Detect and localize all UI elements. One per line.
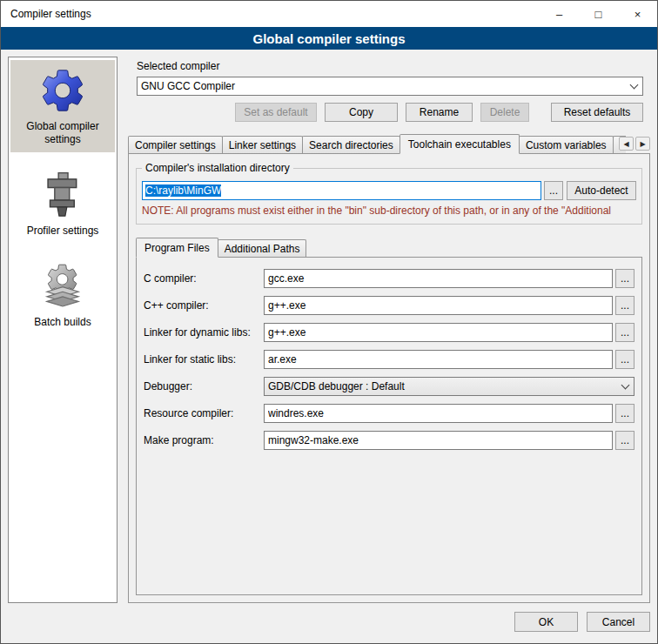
resource-compiler-browse-button[interactable]: ... [615,404,634,423]
scroll-left-icon: ◀ [623,140,628,148]
note-text: NOTE: All programs must exist either in … [142,205,636,217]
chevron-down-icon [630,81,639,90]
set-as-default-button: Set as default [235,103,317,122]
settings-tab-strip: Compiler settings Linker settings Search… [128,133,650,153]
field-row-dynamic-linker: Linker for dynamic libs: ... [144,323,634,342]
profiler-tool-icon [37,170,88,220]
install-dir-browse-button[interactable]: ... [544,181,563,200]
minimize-button[interactable]: – [540,1,579,27]
sidebar-item-label: Batch builds [34,316,91,329]
blue-gear-icon [37,65,88,116]
tab-custom-variables[interactable]: Custom variables [519,136,614,153]
resource-compiler-label: Resource compiler: [144,407,264,419]
tab-scroll-left-button[interactable]: ◀ [619,137,634,151]
tab-scroll-arrows: ◀ ▶ [619,137,650,151]
batch-builds-gear-icon [37,261,88,312]
static-linker-browse-button[interactable]: ... [615,350,634,369]
sidebar-item-label: Profiler settings [27,225,99,238]
tab-toolchain-executables[interactable]: Toolchain executables [400,134,520,154]
field-row-c-compiler: C compiler: ... [144,269,634,288]
dialog-body: Global compiler settings Profiler settin… [1,50,657,608]
installation-directory-group-title: Compiler's installation directory [142,162,293,174]
compiler-settings-dialog: Compiler settings – □ × Global compiler … [0,0,658,644]
close-button[interactable]: × [618,1,657,27]
selected-compiler-label: Selected compiler [137,60,643,72]
dialog-header: Global compiler settings [1,27,657,50]
subtab-additional-paths[interactable]: Additional Paths [218,239,307,257]
maximize-icon: □ [595,8,602,21]
sidebar-item-batch-builds[interactable]: Batch builds [10,256,115,335]
copy-button[interactable]: Copy [325,103,398,122]
sidebar-item-profiler-settings[interactable]: Profiler settings [10,164,115,244]
toolchain-executables-panel: Compiler's installation directory C:\ray… [128,153,650,603]
titlebar[interactable]: Compiler settings – □ × [1,1,657,27]
dynamic-linker-input[interactable] [264,323,613,342]
install-dir-input[interactable]: C:\raylib\MinGW [142,181,541,200]
c-compiler-label: C compiler: [144,272,264,285]
program-files-panel: C compiler: ... C++ compiler: ... Linker… [136,257,642,595]
tab-scroll-right-button[interactable]: ▶ [635,137,650,151]
window-title: Compiler settings [10,8,91,20]
cancel-button[interactable]: Cancel [587,612,650,632]
field-row-make-program: Make program: ... [144,431,634,450]
field-row-static-linker: Linker for static libs: ... [144,350,634,369]
cpp-compiler-browse-button[interactable]: ... [615,296,634,315]
dynamic-linker-browse-button[interactable]: ... [615,323,634,342]
make-program-label: Make program: [144,434,264,446]
compiler-select-value: GNU GCC Compiler [141,80,626,92]
static-linker-label: Linker for static libs: [144,353,264,366]
window-controls: – □ × [540,1,657,27]
field-row-resource-compiler: Resource compiler: ... [144,404,634,423]
make-program-browse-button[interactable]: ... [615,431,634,450]
program-files-tab-strip: Program Files Additional Paths [136,237,642,257]
minimize-icon: – [556,8,562,21]
compiler-select[interactable]: GNU GCC Compiler [137,77,643,96]
install-dir-value: C:\raylib\MinGW [145,184,221,197]
delete-button: Delete [480,103,529,122]
ok-button[interactable]: OK [514,612,578,632]
reset-defaults-button[interactable]: Reset defaults [551,103,643,122]
maximize-button[interactable]: □ [579,1,618,27]
cpp-compiler-input[interactable] [264,296,613,315]
chevron-down-icon [621,381,630,390]
c-compiler-input[interactable] [264,269,613,288]
field-row-debugger: Debugger: GDB/CDB debugger : Default [144,377,634,396]
sidebar-item-label: Global compiler settings [12,120,113,146]
rename-button[interactable]: Rename [406,103,473,122]
installation-directory-group: Compiler's installation directory C:\ray… [136,168,642,225]
debugger-select[interactable]: GDB/CDB debugger : Default [264,377,634,396]
resource-compiler-input[interactable] [264,404,613,423]
debugger-select-value: GDB/CDB debugger : Default [268,380,617,392]
main-panel: Selected compiler GNU GCC Compiler Set a… [128,57,650,603]
tab-compiler-settings[interactable]: Compiler settings [128,136,223,153]
auto-detect-button[interactable]: Auto-detect [567,181,636,200]
close-icon: × [634,8,641,21]
cpp-compiler-label: C++ compiler: [144,299,264,312]
dynamic-linker-label: Linker for dynamic libs: [144,326,264,339]
installation-directory-row: C:\raylib\MinGW ... Auto-detect [142,181,636,200]
debugger-label: Debugger: [144,380,264,392]
dialog-header-title: Global compiler settings [252,31,405,46]
tab-linker-settings[interactable]: Linker settings [222,136,303,153]
make-program-input[interactable] [264,431,613,450]
compiler-buttons-row: Set as default Copy Rename Delete Reset … [137,103,643,122]
scroll-right-icon: ▶ [640,140,645,148]
field-row-cpp-compiler: C++ compiler: ... [144,296,634,315]
static-linker-input[interactable] [264,350,613,369]
tab-search-directories[interactable]: Search directories [302,136,400,153]
sidebar-item-global-compiler-settings[interactable]: Global compiler settings [10,60,115,152]
dialog-footer: OK Cancel [1,608,657,643]
subtab-program-files[interactable]: Program Files [136,238,218,258]
category-list: Global compiler settings Profiler settin… [8,57,118,603]
c-compiler-browse-button[interactable]: ... [615,269,634,288]
